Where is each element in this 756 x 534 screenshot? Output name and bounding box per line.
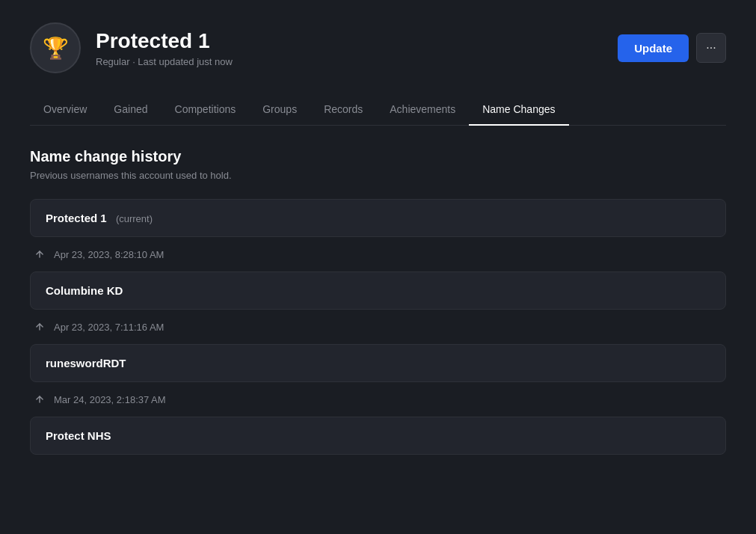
header-actions: Update ··· bbox=[618, 33, 726, 63]
tab-competitions[interactable]: Competitions bbox=[162, 94, 250, 126]
timestamp-row-2: Apr 23, 2023, 7:11:16 AM bbox=[30, 310, 726, 344]
trophy-icon: 🏆 bbox=[43, 36, 69, 61]
more-button[interactable]: ··· bbox=[696, 33, 726, 63]
page-title: Protected 1 bbox=[96, 28, 233, 54]
name-item-3: runeswordRDT bbox=[30, 344, 726, 382]
tab-records[interactable]: Records bbox=[310, 94, 376, 126]
tab-overview[interactable]: Overview bbox=[30, 94, 100, 126]
header-subtitle: Regular · Last updated just now bbox=[96, 56, 233, 67]
tab-name-changes[interactable]: Name Changes bbox=[469, 94, 568, 126]
name-label-current: Protected 1 bbox=[46, 212, 107, 224]
timestamp-row-1: Apr 23, 2023, 8:28:10 AM bbox=[30, 237, 726, 271]
name-label-2: Columbine KD bbox=[46, 284, 123, 297]
current-badge: (current) bbox=[116, 213, 153, 224]
update-button[interactable]: Update bbox=[618, 34, 689, 62]
timestamp-2: Apr 23, 2023, 7:11:16 AM bbox=[54, 322, 164, 333]
section-subtitle: Previous usernames this account used to … bbox=[30, 170, 726, 181]
nav-tabs: Overview Gained Competitions Groups Reco… bbox=[30, 94, 726, 126]
avatar: 🏆 bbox=[30, 22, 81, 73]
page-header: 🏆 Protected 1 Regular · Last updated jus… bbox=[30, 22, 726, 73]
ellipsis-icon: ··· bbox=[706, 41, 716, 55]
tab-achievements[interactable]: Achievements bbox=[376, 94, 469, 126]
tab-gained[interactable]: Gained bbox=[100, 94, 161, 126]
header-left: 🏆 Protected 1 Regular · Last updated jus… bbox=[30, 22, 233, 73]
name-item-current: Protected 1 (current) bbox=[30, 199, 726, 237]
timestamp-3: Mar 24, 2023, 2:18:37 AM bbox=[54, 394, 166, 405]
name-label-3: runeswordRDT bbox=[46, 357, 126, 369]
timestamp-row-3: Mar 24, 2023, 2:18:37 AM bbox=[30, 382, 726, 417]
name-label-4: Protect NHS bbox=[46, 429, 111, 442]
header-info: Protected 1 Regular · Last updated just … bbox=[96, 28, 233, 68]
main-content: Name change history Previous usernames t… bbox=[30, 148, 726, 455]
name-item-4: Protect NHS bbox=[30, 417, 726, 455]
section-title: Name change history bbox=[30, 148, 726, 165]
arrow-up-icon-2 bbox=[33, 320, 46, 334]
arrow-up-icon-1 bbox=[33, 248, 46, 261]
tab-groups[interactable]: Groups bbox=[249, 94, 310, 126]
timestamp-1: Apr 23, 2023, 8:28:10 AM bbox=[54, 249, 164, 260]
arrow-up-icon-3 bbox=[33, 393, 46, 406]
name-item-2: Columbine KD bbox=[30, 271, 726, 310]
